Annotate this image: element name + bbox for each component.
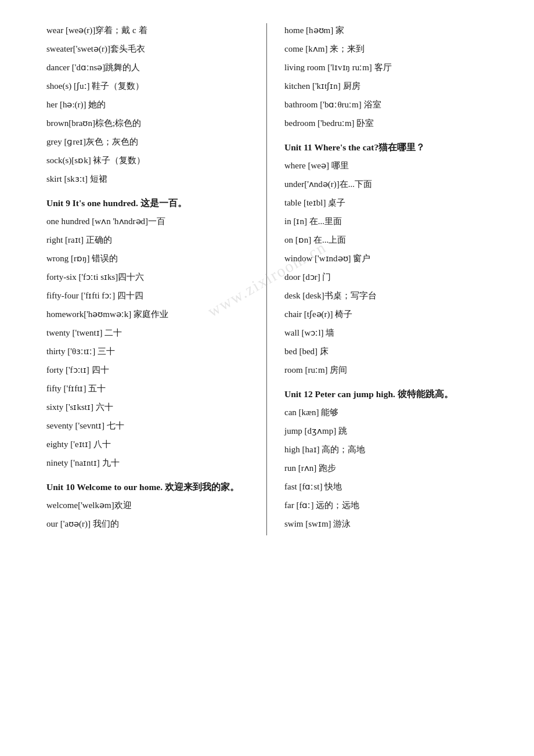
vocab-item: forty-six ['fɔːti sɪks]四十六	[46, 270, 249, 284]
vocab-item: under['ʌndə(r)]在...下面	[284, 177, 488, 191]
vocab-item: high [haɪ] 高的；高地	[284, 442, 488, 456]
unit-heading: Unit 11 Where's the cat?猫在哪里？	[284, 141, 488, 155]
vocab-item: one hundred [wʌn 'hʌndrəd]一百	[46, 214, 249, 228]
vocab-item: welcome['welkəm]欢迎	[46, 498, 249, 512]
vocab-item: right [raɪt] 正确的	[46, 233, 249, 247]
vocab-item: swim [swɪm] 游泳	[284, 517, 488, 531]
vocab-item: fifty-four ['fɪfti fɔː] 四十四	[46, 289, 249, 303]
vocab-item: thirty ['θɜːtɪː] 三十	[46, 344, 249, 358]
vocab-item: sixty ['sɪkstɪ] 六十	[46, 400, 249, 414]
vocab-item: dancer ['dɑːnsə]跳舞的人	[46, 60, 249, 74]
vocab-item: window ['wɪndəʊ] 窗户	[284, 251, 488, 265]
page-wrapper: www.zixiroom.cn wear [weə(r)]穿着；戴 c 着swe…	[35, 23, 499, 535]
vocab-item: run [rʌn] 跑步	[284, 461, 488, 475]
vocab-item: chair [tʃeə(r)] 椅子	[284, 307, 488, 321]
vocab-item: door [dɔr] 门	[284, 270, 488, 284]
vocab-item: twenty ['twentɪ] 二十	[46, 326, 249, 340]
vocab-item: bed [bed] 床	[284, 344, 488, 358]
vocab-item: eighty ['eɪtɪ] 八十	[46, 437, 249, 451]
vocab-item: far [fɑː] 远的；远地	[284, 498, 488, 512]
unit-heading: Unit 9 It's one hundred. 这是一百。	[46, 196, 249, 211]
vocab-item: table [teɪbl] 桌子	[284, 196, 488, 210]
vocab-item: come [kʌm] 来；来到	[284, 42, 488, 56]
vocab-item: brown[braʊn]棕色;棕色的	[46, 116, 249, 130]
vocab-item: fifty ['fɪftɪ] 五十	[46, 381, 249, 395]
vocab-item: room [ruːm] 房间	[284, 363, 488, 377]
vocab-item: living room ['lɪvɪŋ ruːm] 客厅	[284, 60, 488, 74]
vocab-item: skirt [skɜːt] 短裙	[46, 172, 249, 186]
left-column: wear [weə(r)]穿着；戴 c 着sweater['swetə(r)]套…	[35, 23, 267, 535]
vocab-item: ninety ['naɪntɪ] 九十	[46, 456, 249, 470]
vocab-item: shoe(s) [ʃuː] 鞋子（复数）	[46, 79, 249, 93]
right-column: home [həʊm] 家come [kʌm] 来；来到living room …	[267, 23, 499, 535]
vocab-item: wall [wɔːl] 墙	[284, 326, 488, 340]
vocab-item: kitchen ['kɪtʃɪn] 厨房	[284, 79, 488, 93]
vocab-item: in [ɪn] 在...里面	[284, 214, 488, 228]
vocab-item: fast [fɑːst] 快地	[284, 480, 488, 494]
vocab-item: where [weə] 哪里	[284, 159, 488, 172]
vocab-item: our ['aʊə(r)] 我们的	[46, 517, 249, 531]
vocab-item: bedroom ['bedruːm] 卧室	[284, 116, 488, 130]
vocab-item: sock(s)[sɒk] 袜子（复数）	[46, 153, 249, 167]
vocab-item: grey [ɡreɪ]灰色；灰色的	[46, 135, 249, 149]
vocab-item: jump [dʒʌmp] 跳	[284, 424, 488, 438]
vocab-item: on [ɒn] 在...上面	[284, 233, 488, 247]
vocab-item: homework['həʊmwəːk] 家庭作业	[46, 307, 249, 321]
vocab-item: bathroom ['bɑːθruːm] 浴室	[284, 98, 488, 111]
vocab-item: her [hə:(r)] 她的	[46, 98, 249, 111]
vocab-item: home [həʊm] 家	[284, 23, 488, 37]
vocab-item: seventy ['sevntɪ] 七十	[46, 419, 249, 433]
vocab-item: forty ['fɔːtɪ] 四十	[46, 363, 249, 377]
vocab-item: wrong [rɒŋ] 错误的	[46, 251, 249, 265]
vocab-item: can [kæn] 能够	[284, 405, 488, 419]
unit-heading: Unit 10 Welcome to our home. 欢迎来到我的家。	[46, 480, 249, 495]
unit-heading: Unit 12 Peter can jump high. 彼特能跳高。	[284, 387, 488, 402]
vocab-item: desk [desk]书桌；写字台	[284, 289, 488, 303]
vocab-item: sweater['swetə(r)]套头毛衣	[46, 42, 249, 56]
vocab-item: wear [weə(r)]穿着；戴 c 着	[46, 23, 249, 37]
main-content: wear [weə(r)]穿着；戴 c 着sweater['swetə(r)]套…	[35, 23, 499, 535]
